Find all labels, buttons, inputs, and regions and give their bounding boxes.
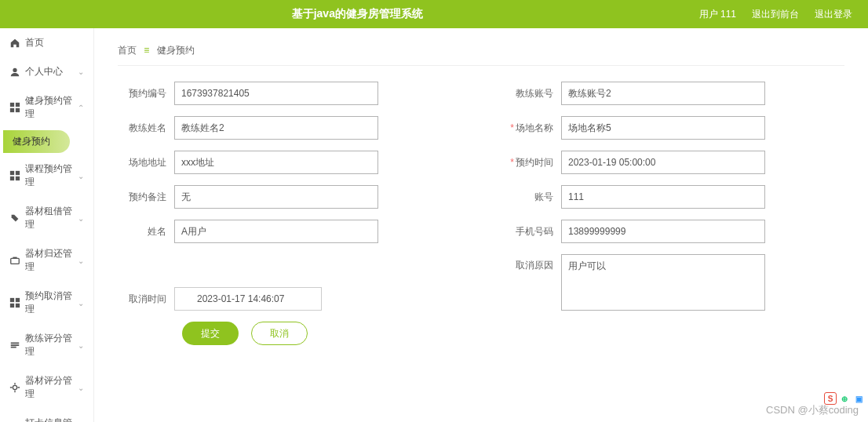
svg-rect-9 — [11, 258, 20, 264]
sidebar-submenu-fitness[interactable]: 健身预约 — [3, 130, 70, 153]
button-row: 提交 取消 — [182, 322, 458, 345]
input-name[interactable] — [174, 220, 378, 243]
sidebar-item-equip-rating[interactable]: 器材评分管理 ⌄ — [0, 366, 93, 409]
input-coach-name[interactable] — [174, 116, 378, 140]
svg-rect-4 — [16, 108, 20, 112]
tool-icon — [9, 213, 20, 224]
watermark: CSDN @小蔡coding — [766, 403, 859, 417]
form-right-column: 教练账号 *场地名称 *预约时间 账号 手机号码 — [505, 82, 844, 345]
row-coach-name: 教练姓名 — [118, 116, 458, 140]
home-icon — [9, 38, 20, 49]
row-reserve-time: *预约时间 — [505, 151, 844, 174]
sidebar-item-fitness-reserve[interactable]: 健身预约管理 ⌃ — [0, 86, 93, 129]
sidebar-item-reserve-cancel[interactable]: 预约取消管理 ⌄ — [0, 282, 93, 324]
input-cancel-reason[interactable]: 用户可以 — [561, 254, 765, 311]
breadcrumb-sep: ≡ — [144, 45, 149, 56]
row-cancel-time: 取消时间 — [118, 287, 458, 311]
grid-icon — [9, 297, 20, 308]
form-left-column: 预约编号 教练姓名 场地地址 预约备注 姓名 — [118, 82, 458, 345]
input-cancel-time[interactable] — [174, 287, 322, 311]
svg-rect-12 — [10, 304, 14, 307]
chevron-down-icon: ⌄ — [78, 172, 84, 180]
header: 基于java的健身房管理系统 用户 111 退出到前台 退出登录 — [0, 0, 868, 28]
chevron-down-icon: ⌄ — [78, 384, 84, 392]
svg-rect-5 — [10, 171, 14, 175]
chevron-down-icon: ⌄ — [78, 299, 84, 307]
row-venue-name: *场地名称 — [505, 116, 844, 140]
back-to-front[interactable]: 退出到前台 — [752, 8, 799, 21]
logout[interactable]: 退出登录 — [815, 8, 852, 21]
svg-point-14 — [13, 385, 16, 389]
return-icon — [9, 255, 20, 266]
sidebar-item-checkin[interactable]: 打卡信息管理 ⌄ — [0, 409, 93, 422]
chevron-down-icon: ⌄ — [78, 67, 84, 76]
input-venue-name[interactable] — [561, 116, 765, 140]
star-icon — [9, 340, 20, 351]
header-right: 用户 111 退出到前台 退出登录 — [699, 8, 852, 21]
svg-rect-3 — [10, 108, 14, 112]
breadcrumb-home[interactable]: 首页 — [118, 45, 137, 56]
chevron-up-icon: ⌃ — [78, 104, 84, 112]
breadcrumb-current: 健身预约 — [157, 45, 195, 56]
input-reserve-time[interactable] — [561, 151, 765, 174]
input-reserve-no[interactable] — [174, 82, 378, 105]
chevron-down-icon: ⌄ — [78, 214, 84, 223]
row-account: 账号 — [505, 185, 844, 209]
row-cancel-reason: 取消原因 用户可以 — [505, 254, 844, 311]
input-reserve-note[interactable] — [174, 185, 378, 209]
chevron-down-icon: ⌄ — [78, 256, 84, 265]
gear-icon — [9, 382, 20, 393]
input-venue-address[interactable] — [174, 151, 378, 174]
svg-rect-10 — [10, 298, 14, 302]
sidebar-item-home[interactable]: 首页 — [0, 28, 93, 57]
sidebar-item-equip-return[interactable]: 器材归还管理 ⌄ — [0, 239, 93, 282]
user-label[interactable]: 用户 111 — [699, 8, 736, 21]
svg-rect-2 — [16, 103, 20, 107]
chevron-down-icon: ⌄ — [78, 341, 84, 350]
row-coach-account: 教练账号 — [505, 82, 844, 105]
input-phone[interactable] — [561, 220, 765, 243]
sidebar-item-equip-rent[interactable]: 器材租借管理 ⌄ — [0, 197, 93, 239]
sidebar-item-coach-rating[interactable]: 教练评分管理 ⌄ — [0, 324, 93, 366]
submit-button[interactable]: 提交 — [182, 322, 239, 345]
row-reserve-no: 预约编号 — [118, 82, 458, 105]
form: 预约编号 教练姓名 场地地址 预约备注 姓名 — [118, 82, 844, 345]
svg-rect-7 — [10, 176, 14, 180]
svg-rect-11 — [16, 298, 20, 302]
grid-icon — [9, 170, 20, 181]
row-venue-address: 场地地址 — [118, 151, 458, 174]
sidebar-item-profile[interactable]: 个人中心 ⌄ — [0, 57, 93, 86]
main-content: 首页 ≡ 健身预约 预约编号 教练姓名 场地地址 预约备注 — [94, 28, 868, 422]
sidebar-item-course-reserve[interactable]: 课程预约管理 ⌄ — [0, 155, 93, 197]
svg-rect-1 — [10, 103, 14, 107]
input-coach-account[interactable] — [561, 82, 765, 105]
svg-point-0 — [13, 67, 16, 71]
row-reserve-note: 预约备注 — [118, 185, 458, 209]
app-title: 基于java的健身房管理系统 — [16, 7, 699, 21]
user-icon — [9, 67, 20, 78]
breadcrumb: 首页 ≡ 健身预约 — [118, 44, 844, 66]
input-account[interactable] — [561, 185, 765, 209]
row-phone: 手机号码 — [505, 220, 844, 243]
svg-rect-6 — [16, 171, 20, 175]
row-name: 姓名 — [118, 220, 458, 243]
grid-icon — [9, 102, 20, 113]
sidebar: 首页 个人中心 ⌄ 健身预约管理 ⌃ 健身预约 课程预约管理 ⌄ 器材租借管理 … — [0, 28, 94, 422]
cancel-button[interactable]: 取消 — [251, 322, 308, 345]
svg-rect-8 — [16, 176, 20, 180]
svg-rect-13 — [16, 304, 20, 307]
